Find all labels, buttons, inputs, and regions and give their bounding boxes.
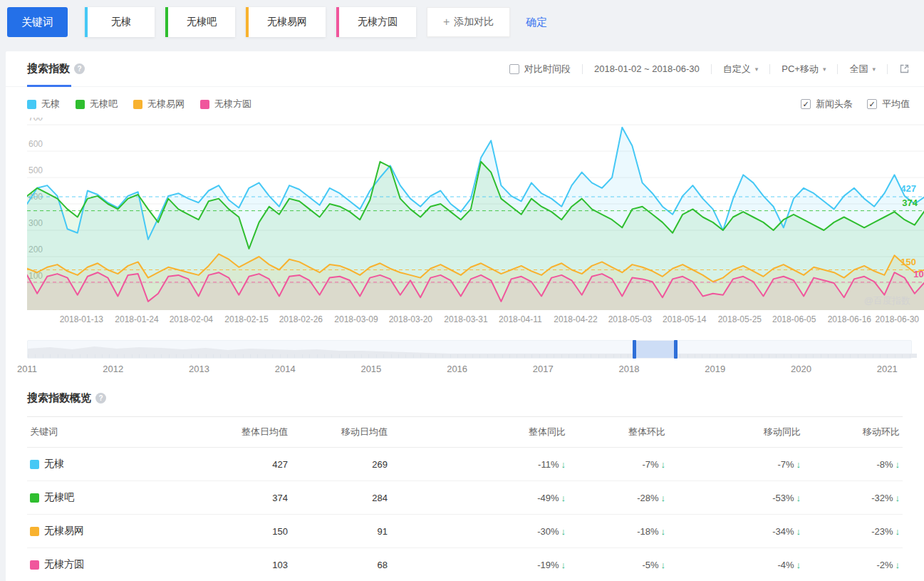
series-swatch [30, 460, 39, 469]
legend-label: 无棣吧 [90, 98, 118, 110]
mobile-yoy-value: -7% [777, 459, 794, 470]
help-icon[interactable]: ? [95, 393, 106, 403]
legend-item-3[interactable]: 无棣易网 [133, 98, 185, 110]
timeline-handle-left[interactable] [633, 340, 636, 359]
compare-period-checkbox[interactable]: 对比时间段 [509, 63, 571, 76]
timeline-year-label: 2017 [533, 364, 554, 374]
down-arrow-icon: ↓ [561, 459, 566, 470]
average-checkbox[interactable]: ✓ 平均值 [867, 98, 910, 110]
overall-avg-value: 374 [205, 481, 291, 515]
x-axis-labels: 2018-01-132018-01-242018-02-042018-02-15… [27, 314, 919, 330]
timeline-year-label: 2018 [619, 364, 640, 374]
keyword-chip-label: 无棣吧 [187, 16, 217, 29]
keyword-chip-2[interactable]: 无棣吧 [165, 7, 235, 37]
overall-yoy-value: -30% [537, 526, 559, 537]
down-arrow-icon: ↓ [896, 459, 900, 470]
col-mobile-avg: 移动日均值 [291, 417, 390, 448]
down-arrow-icon: ↓ [661, 493, 666, 503]
x-axis-tick: 2018-03-31 [444, 314, 487, 324]
device-dropdown[interactable]: PC+移动 ▾ [782, 63, 826, 76]
mobile-avg-value: 284 [291, 481, 390, 515]
external-link-icon[interactable] [899, 63, 910, 74]
legend-item-2[interactable]: 无棣吧 [76, 98, 118, 110]
timeline-selection[interactable] [634, 341, 675, 358]
timeline-year-labels: 2011201220132014201520162017201820192020… [27, 361, 912, 379]
overall-avg-value: 427 [205, 448, 291, 481]
col-overall-yoy: 整体同比 [390, 417, 569, 448]
add-compare-button[interactable]: + 添加对比 [427, 7, 510, 37]
keyword-button[interactable]: 关键词 [7, 7, 68, 37]
down-arrow-icon: ↓ [561, 526, 566, 537]
y-axis-tick: 500 [28, 165, 43, 175]
timeline-year-label: 2014 [275, 364, 296, 374]
series-end-label: 374 [902, 197, 918, 208]
x-axis-tick: 2018-04-22 [554, 314, 597, 324]
col-overall-mom: 整体环比 [569, 417, 668, 448]
timeline-year-label: 2015 [360, 364, 381, 374]
x-axis-tick: 2018-06-16 [828, 314, 871, 324]
date-range-value: 2018-01-02 ~ 2018-06-30 [594, 63, 700, 74]
search-index-card: 搜索指数 ? 对比时间段 2018-01-02 ~ 2018-06-30 自定义… [6, 51, 924, 581]
tab-label: 搜索指数 [27, 62, 70, 76]
x-axis-tick: 2018-02-26 [279, 314, 323, 324]
x-axis-tick: 2018-02-04 [170, 314, 213, 324]
legend-row: 无棣 无棣吧 无棣易网 无棣方圆 ✓ 新闻头条 ✓ 平均值 [6, 87, 924, 115]
help-icon[interactable]: ? [74, 63, 85, 74]
tab-search-index[interactable]: 搜索指数 ? [27, 51, 85, 87]
x-axis-tick: 2018-05-14 [663, 314, 706, 324]
region-value: 全国 [849, 63, 868, 76]
timeline-year-label: 2013 [189, 364, 209, 374]
overall-avg-value: 103 [205, 548, 291, 581]
mobile-avg-value: 269 [291, 448, 390, 481]
down-arrow-icon: ↓ [796, 560, 801, 570]
row-keyword: 无棣吧 [44, 491, 74, 504]
mobile-yoy-value: -34% [772, 526, 794, 537]
down-arrow-icon: ↓ [896, 560, 900, 570]
keyword-chip-3[interactable]: 无棣易网 [246, 7, 326, 37]
date-range-picker[interactable]: 2018-01-02 ~ 2018-06-30 [594, 63, 700, 74]
table-row: 无棣吧 374 284 -49%↓ -28%↓ -53%↓ -32%↓ [27, 481, 903, 515]
mobile-mom-value: -32% [871, 493, 893, 503]
legend-item-1[interactable]: 无棣 [27, 98, 60, 110]
confirm-button[interactable]: 确定 [526, 7, 547, 37]
mobile-avg-value: 68 [291, 548, 390, 581]
timeline-ticks [28, 354, 911, 358]
overall-yoy-value: -49% [537, 493, 559, 503]
timeline-year-label: 2012 [103, 364, 123, 374]
legend-item-4[interactable]: 无棣方圆 [200, 98, 251, 110]
divider [887, 64, 888, 74]
checkbox-checked-icon: ✓ [801, 99, 811, 109]
overview-table: 关键词 整体日均值 移动日均值 整体同比 整体环比 移动同比 移动环比 无棣 4… [27, 416, 903, 581]
range-mode-dropdown[interactable]: 自定义 ▾ [723, 63, 759, 76]
timeline-year-label: 2020 [791, 364, 811, 374]
watermark: @百度指数 [864, 294, 910, 307]
news-headlines-checkbox[interactable]: ✓ 新闻头条 [801, 98, 853, 110]
table-row: 无棣方圆 103 68 -19%↓ -5%↓ -4%↓ -2%↓ [27, 548, 903, 581]
row-keyword: 无棣方圆 [44, 558, 84, 571]
search-index-chart[interactable]: 700600500400300200100 427374150103 @百度指数 [27, 118, 919, 312]
news-headlines-label: 新闻头条 [816, 98, 853, 110]
timeline-year-label: 2021 [877, 364, 898, 374]
region-dropdown[interactable]: 全国 ▾ [849, 63, 876, 76]
chevron-down-icon: ▾ [823, 66, 826, 73]
checkbox-checked-icon: ✓ [867, 99, 877, 109]
down-arrow-icon: ↓ [561, 560, 566, 570]
keyword-chip-label: 无棣易网 [267, 16, 307, 29]
table-row: 无棣 427 269 -11%↓ -7%↓ -7%↓ -8%↓ [27, 448, 903, 481]
x-axis-tick: 2018-01-13 [60, 314, 103, 324]
add-compare-label: 添加对比 [454, 16, 494, 29]
divider [769, 64, 770, 74]
chart-canvas: 700600500400300200100 [27, 118, 924, 312]
keyword-chip-1[interactable]: 无棣 [85, 7, 155, 37]
legend-label: 无棣方圆 [214, 98, 251, 110]
keyword-chip-4[interactable]: 无棣方圆 [336, 7, 416, 37]
divider [837, 64, 838, 74]
divider [711, 64, 712, 74]
mobile-avg-value: 91 [291, 515, 390, 548]
timeline-slider[interactable] [27, 340, 912, 359]
down-arrow-icon: ↓ [661, 526, 666, 537]
timeline-handle-right[interactable] [674, 340, 678, 359]
keyword-color-bar [246, 7, 249, 37]
keyword-color-bar [336, 7, 339, 37]
overall-mom-value: -7% [642, 459, 658, 470]
